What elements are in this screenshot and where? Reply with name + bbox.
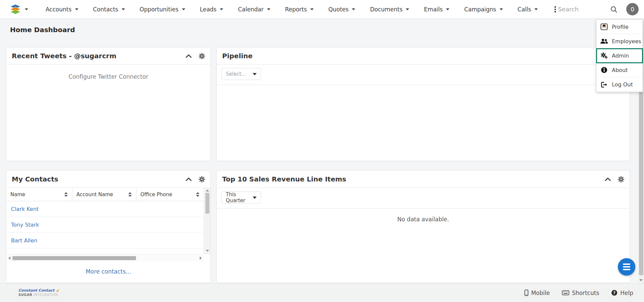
menu-item-label: Employees	[612, 38, 641, 45]
chevron-down-icon	[220, 8, 223, 10]
constant-contact-logo: Constant Contact SUGAR INTEGRATION	[18, 289, 59, 297]
scroll-up-arrow-icon[interactable]	[206, 190, 209, 192]
collapse-chevron-up-icon[interactable]	[185, 54, 192, 58]
no-data-text: No data available.	[217, 209, 630, 223]
notification-count-badge[interactable]: 0	[626, 3, 639, 15]
chevron-down-icon	[267, 8, 270, 10]
contact-link[interactable]: Bart Allen	[11, 237, 38, 244]
dashlet-title: Pipeline	[222, 52, 253, 60]
chevron-down-icon	[446, 8, 449, 10]
gear-icon[interactable]	[199, 176, 205, 182]
dashlet-header: Recent Tweets - @sugarcrm	[6, 48, 210, 65]
menu-item-profile[interactable]: Profile	[596, 20, 643, 34]
user-dropdown-menu: Profile Employees Admin About Log Out	[596, 19, 643, 92]
scroll-right-arrow-icon[interactable]	[200, 256, 202, 260]
scroll-left-arrow-icon[interactable]	[8, 256, 10, 260]
table-row: Clark Kent	[6, 201, 204, 217]
nav-item-quotes[interactable]: Quotes	[328, 6, 356, 13]
dashlet-header: My Contacts	[6, 171, 210, 188]
contact-link[interactable]: Tony Stark	[11, 222, 39, 228]
menu-item-log-out[interactable]: Log Out	[596, 77, 643, 92]
pipeline-select-dropdown[interactable]: Select...	[221, 68, 261, 80]
nav-item-documents[interactable]: Documents	[370, 6, 409, 13]
gear-icon[interactable]	[199, 53, 205, 59]
nav-item-emails[interactable]: Emails	[424, 6, 449, 13]
more-modules-icon[interactable]	[553, 5, 558, 14]
logo-product-text: SUGAR	[18, 293, 32, 297]
scroll-down-arrow-icon[interactable]	[639, 279, 643, 281]
nav-item-label: Opportunities	[140, 6, 179, 13]
dashlet-my-contacts: My Contacts Name Account Name	[6, 170, 211, 283]
gear-icon[interactable]	[618, 176, 624, 182]
nav-item-label: Documents	[370, 6, 402, 13]
dashlet-title: My Contacts	[12, 175, 58, 183]
footer-link-label: Shortcuts	[572, 290, 599, 296]
sugarcrm-cube-logo-icon	[9, 4, 21, 15]
menu-item-label: Log Out	[612, 81, 633, 88]
nav-item-label: Reports	[285, 6, 307, 13]
app-logo-menu[interactable]	[9, 4, 28, 15]
dashlet-header: Top 10 Sales Revenue Line Items	[217, 171, 630, 188]
contacts-horizontal-scrollbar[interactable]	[6, 254, 204, 262]
dashlet-pipeline: Pipeline Select...	[216, 47, 630, 161]
top10-timeperiod-dropdown[interactable]: This Quarter	[221, 192, 261, 204]
gears-icon	[600, 52, 608, 59]
nav-item-calendar[interactable]: Calendar	[238, 6, 270, 13]
select-value: Select...	[226, 71, 246, 77]
column-header-office-phone[interactable]: Office Phone	[136, 188, 204, 201]
collapse-chevron-up-icon[interactable]	[185, 177, 192, 181]
search-input[interactable]	[558, 6, 608, 13]
scrollbar-thumb[interactable]	[205, 193, 209, 214]
contacts-horizontal-scroll-row	[6, 254, 210, 262]
scroll-down-arrow-icon[interactable]	[206, 250, 209, 252]
sort-icon	[128, 192, 132, 197]
dashlet-title: Recent Tweets - @sugarcrm	[12, 52, 116, 60]
info-icon	[600, 67, 608, 73]
main-menu: Accounts Contacts Opportunities Leads Ca…	[46, 5, 558, 14]
column-label: Name	[10, 192, 25, 198]
footer-link-help[interactable]: ? Help	[611, 290, 633, 296]
collapse-chevron-up-icon[interactable]	[604, 177, 611, 181]
contacts-vertical-scrollbar[interactable]	[204, 188, 210, 254]
floating-menu-button[interactable]	[618, 258, 635, 276]
help-question-icon: ?	[611, 290, 618, 296]
chevron-down-icon	[122, 8, 125, 10]
table-row: Tony Stark	[6, 217, 204, 233]
configure-twitter-text: Configure Twitter Connector	[6, 65, 210, 80]
menu-item-label: Profile	[612, 24, 629, 30]
paper-plane-icon	[56, 289, 59, 292]
footer-links: Mobile Shortcuts ? Help	[524, 290, 633, 296]
top-nav-bar: Accounts Contacts Opportunities Leads Ca…	[0, 0, 644, 19]
footer-link-shortcuts[interactable]: Shortcuts	[562, 290, 599, 296]
chevron-down-icon	[406, 8, 409, 10]
more-contacts-link[interactable]: More contacts...	[85, 268, 131, 275]
menu-item-employees[interactable]: Employees	[596, 34, 643, 49]
nav-item-contacts[interactable]: Contacts	[93, 6, 125, 13]
title-band: Home Dashboard	[0, 19, 644, 41]
contacts-table-header: Name Account Name Office Phone	[6, 188, 204, 201]
page-title: Home Dashboard	[0, 26, 75, 34]
footer-link-mobile[interactable]: Mobile	[524, 290, 550, 296]
scrollbar-thumb[interactable]	[12, 256, 136, 260]
menu-item-about[interactable]: About	[596, 63, 643, 77]
contact-link[interactable]: Clark Kent	[11, 206, 39, 212]
dashlet-recent-tweets: Recent Tweets - @sugarcrm Configure Twit…	[6, 47, 211, 161]
sort-icon	[196, 192, 200, 197]
nav-item-accounts[interactable]: Accounts	[46, 6, 78, 13]
nav-item-label: Emails	[424, 6, 443, 13]
column-header-account-name[interactable]: Account Name	[72, 188, 136, 201]
nav-item-label: Quotes	[328, 6, 349, 13]
column-header-name[interactable]: Name	[6, 188, 72, 201]
menu-item-admin[interactable]: Admin	[596, 49, 643, 63]
logout-icon	[600, 82, 608, 88]
sort-icon	[64, 192, 68, 197]
nav-item-reports[interactable]: Reports	[285, 6, 314, 13]
profile-avatar-icon	[600, 23, 608, 30]
dashlet-title: Top 10 Sales Revenue Line Items	[222, 175, 346, 183]
nav-item-campaigns[interactable]: Campaigns	[464, 6, 503, 13]
search-icon[interactable]	[610, 6, 618, 13]
nav-item-leads[interactable]: Leads	[200, 6, 223, 13]
select-value: This Quarter	[226, 192, 253, 204]
nav-item-opportunities[interactable]: Opportunities	[140, 6, 185, 13]
nav-item-calls[interactable]: Calls	[518, 6, 538, 13]
